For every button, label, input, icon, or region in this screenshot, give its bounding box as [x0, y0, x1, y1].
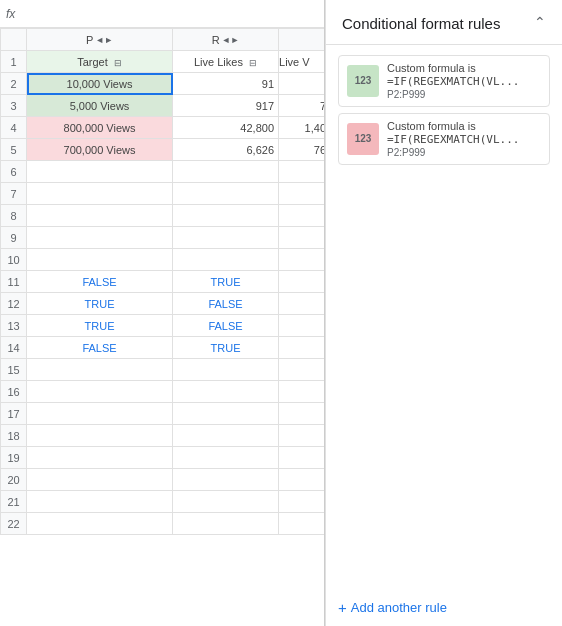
col-p-sort-icon: ◄►	[95, 35, 113, 45]
row-12-target[interactable]: TRUE	[27, 293, 173, 315]
cf-rule-1[interactable]: 123 Custom formula is =IF(REGEXMATCH(VL.…	[338, 55, 550, 107]
row-3-likes[interactable]: 917	[173, 95, 279, 117]
next-col-label: Live V	[279, 51, 324, 73]
table-row: 20	[1, 469, 325, 491]
target-col-label: Target ⊟	[27, 51, 173, 73]
rule-1-preview-text: 123	[355, 75, 372, 86]
table-row[interactable]: 3 5,000 Views 917 7	[1, 95, 325, 117]
cf-rules-list: 123 Custom formula is =IF(REGEXMATCH(VL.…	[326, 45, 562, 590]
row-2-num: 2	[1, 73, 27, 95]
cf-panel-header: Conditional format rules ⌃	[326, 0, 562, 45]
row-1-num: 1	[1, 51, 27, 73]
rule-2-preview-text: 123	[355, 133, 372, 144]
table-row: 8	[1, 205, 325, 227]
rule-2-formula: =IF(REGEXMATCH(VL...	[387, 133, 541, 146]
table-row: 7	[1, 183, 325, 205]
formula-bar: fx	[0, 0, 324, 28]
row-2-target[interactable]: 10,000 Views	[27, 73, 173, 95]
col-next-header	[279, 29, 324, 51]
row-5-num: 5	[1, 139, 27, 161]
target-filter-icon[interactable]: ⊟	[114, 58, 122, 68]
row-4-extra: 1,40	[279, 117, 324, 139]
add-rule-button[interactable]: + Add another rule	[326, 589, 562, 626]
table-row[interactable]: 13 TRUE FALSE	[1, 315, 325, 337]
table-row[interactable]: 11 FALSE TRUE	[1, 271, 325, 293]
table-row: 6	[1, 161, 325, 183]
row-5-likes[interactable]: 6,626	[173, 139, 279, 161]
row-13-target[interactable]: TRUE	[27, 315, 173, 337]
table-row: 17	[1, 403, 325, 425]
rule-1-range: P2:P999	[387, 89, 541, 100]
rule-1-text: Custom formula is =IF(REGEXMATCH(VL... P…	[387, 62, 541, 100]
row-12-likes[interactable]: FALSE	[173, 293, 279, 315]
row-3-extra: 7	[279, 95, 324, 117]
row-11-target[interactable]: FALSE	[27, 271, 173, 293]
plus-icon: +	[338, 599, 347, 616]
rule-1-preview: 123	[347, 65, 379, 97]
col-p-header[interactable]: P ◄►	[27, 29, 173, 51]
row-3-num: 3	[1, 95, 27, 117]
col-r-label: R	[212, 34, 220, 46]
table-row: 18	[1, 425, 325, 447]
row-3-target[interactable]: 5,000 Views	[27, 95, 173, 117]
table-row[interactable]: 4 800,000 Views 42,800 1,40	[1, 117, 325, 139]
rule-2-text: Custom formula is =IF(REGEXMATCH(VL... P…	[387, 120, 541, 158]
row-2-extra	[279, 73, 324, 95]
col-r-sort-icon: ◄►	[222, 35, 240, 45]
col-header-row: P ◄► R ◄►	[1, 29, 325, 51]
table-row[interactable]: 14 FALSE TRUE	[1, 337, 325, 359]
table-row: 16	[1, 381, 325, 403]
table-row: 10	[1, 249, 325, 271]
add-rule-label: Add another rule	[351, 600, 447, 615]
table-row: 22	[1, 513, 325, 535]
table-row: 9	[1, 227, 325, 249]
likes-filter-icon[interactable]: ⊟	[249, 58, 257, 68]
col-r-header[interactable]: R ◄►	[173, 29, 279, 51]
row-2-likes[interactable]: 91	[173, 73, 279, 95]
rule-1-formula: =IF(REGEXMATCH(VL...	[387, 75, 541, 88]
table-row[interactable]: 12 TRUE FALSE	[1, 293, 325, 315]
sheet-table: P ◄► R ◄► 1 Target ⊟	[0, 28, 324, 535]
chevron-up-icon[interactable]: ⌃	[534, 14, 546, 30]
row-14-likes[interactable]: TRUE	[173, 337, 279, 359]
formula-bar-label: fx	[6, 7, 15, 21]
row-5-target[interactable]: 700,000 Views	[27, 139, 173, 161]
col-labels-row: 1 Target ⊟ Live Likes ⊟ Live V	[1, 51, 325, 73]
table-row: 19	[1, 447, 325, 469]
col-p-label: P	[86, 34, 93, 46]
row-4-target[interactable]: 800,000 Views	[27, 117, 173, 139]
cf-rule-2[interactable]: 123 Custom formula is =IF(REGEXMATCH(VL.…	[338, 113, 550, 165]
spreadsheet-area: fx P ◄►	[0, 0, 325, 626]
cf-panel-title: Conditional format rules	[342, 15, 500, 32]
table-row[interactable]: 2 10,000 Views 91	[1, 73, 325, 95]
table-row: 15	[1, 359, 325, 381]
cf-panel: Conditional format rules ⌃ 123 Custom fo…	[325, 0, 562, 626]
row-4-likes[interactable]: 42,800	[173, 117, 279, 139]
row-4-num: 4	[1, 117, 27, 139]
rule-2-label: Custom formula is	[387, 120, 541, 132]
row-5-extra: 76	[279, 139, 324, 161]
rule-2-preview: 123	[347, 123, 379, 155]
table-row: 21	[1, 491, 325, 513]
row-13-likes[interactable]: FALSE	[173, 315, 279, 337]
rule-2-range: P2:P999	[387, 147, 541, 158]
table-row[interactable]: 5 700,000 Views 6,626 76	[1, 139, 325, 161]
likes-col-label: Live Likes ⊟	[173, 51, 279, 73]
corner-cell	[1, 29, 27, 51]
sheet-scroll[interactable]: P ◄► R ◄► 1 Target ⊟	[0, 28, 324, 626]
row-14-target[interactable]: FALSE	[27, 337, 173, 359]
rule-1-label: Custom formula is	[387, 62, 541, 74]
row-11-likes[interactable]: TRUE	[173, 271, 279, 293]
